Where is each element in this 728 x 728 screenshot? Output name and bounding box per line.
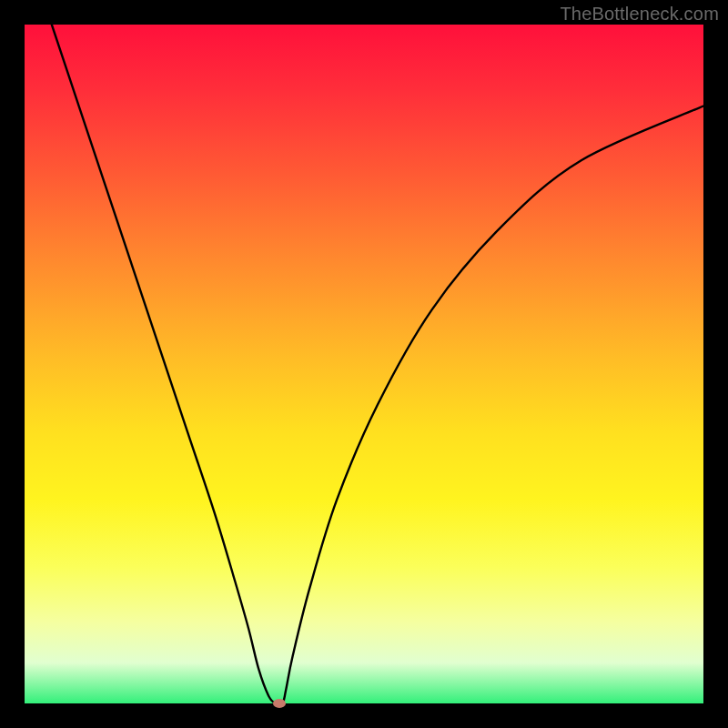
line-curve — [25, 25, 703, 703]
watermark-text: TheBottleneck.com — [560, 4, 719, 25]
minimum-marker — [273, 699, 286, 708]
chart-frame: TheBottleneck.com — [0, 0, 728, 728]
plot-area — [25, 25, 703, 703]
